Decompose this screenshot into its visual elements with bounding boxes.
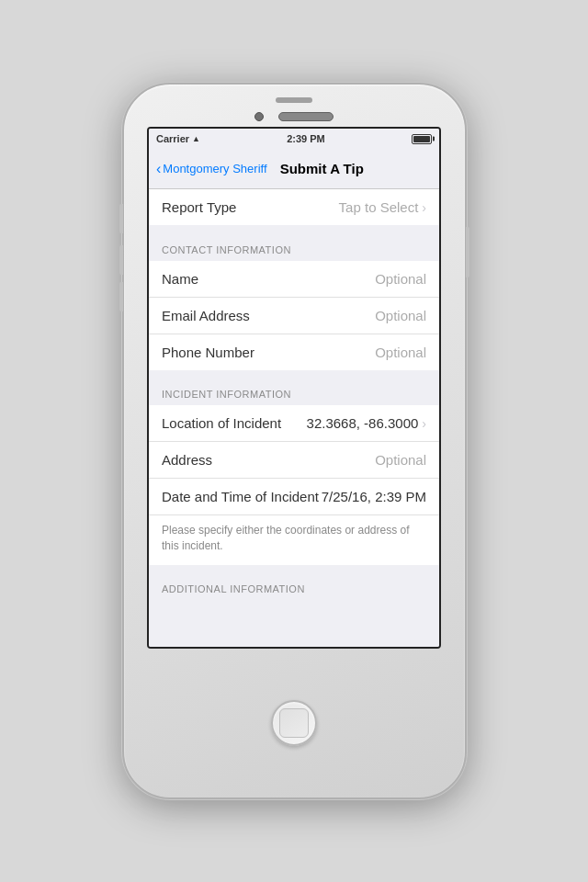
datetime-row[interactable]: Date and Time of Incident 7/25/16, 2:39 …: [149, 479, 439, 515]
earpiece: [278, 112, 334, 121]
phone-device: Carrier ▲ 2:39 PM ‹ Montgomery Sheriff S…: [122, 83, 467, 799]
speaker: [276, 97, 312, 103]
contact-info-section: Name Optional Email Address Optional Pho…: [149, 261, 439, 370]
report-type-label: Report Type: [162, 199, 236, 215]
wifi-icon: ▲: [192, 134, 200, 143]
carrier-text: Carrier: [156, 133, 189, 144]
home-button[interactable]: [271, 700, 317, 746]
email-row[interactable]: Email Address Optional: [149, 298, 439, 334]
battery-icon: [412, 134, 432, 144]
home-button-area: [271, 649, 317, 797]
status-bar: Carrier ▲ 2:39 PM: [149, 129, 439, 149]
navigation-bar: ‹ Montgomery Sheriff Submit A Tip: [149, 149, 439, 189]
nav-title-bold: Submit A Tip: [280, 161, 364, 176]
location-row[interactable]: Location of Incident 32.3668, -86.3000 ›: [149, 405, 439, 442]
screen: Carrier ▲ 2:39 PM ‹ Montgomery Sheriff S…: [147, 127, 441, 649]
location-value: 32.3668, -86.3000 ›: [307, 415, 426, 431]
additional-info-header: ADDITIONAL INFORMATION: [149, 565, 439, 600]
top-sensors: [254, 112, 334, 121]
report-type-row[interactable]: Report Type Tap to Select ›: [149, 189, 439, 225]
report-type-chevron-icon: ›: [422, 200, 426, 215]
incident-hint: Please specify either the coordinates or…: [149, 515, 439, 565]
incident-info-section: Location of Incident 32.3668, -86.3000 ›…: [149, 405, 439, 565]
home-button-inner: [279, 708, 309, 738]
location-chevron-icon: ›: [422, 416, 426, 431]
address-value: Optional: [375, 452, 426, 468]
phone-label: Phone Number: [162, 345, 254, 360]
datetime-label: Date and Time of Incident: [162, 489, 319, 504]
nav-title: Submit A Tip: [212, 161, 432, 176]
address-row[interactable]: Address Optional: [149, 442, 439, 479]
name-label: Name: [162, 271, 198, 287]
location-coords: 32.3668, -86.3000: [307, 415, 419, 431]
location-label: Location of Incident: [162, 415, 281, 431]
phone-value: Optional: [375, 345, 426, 360]
report-type-section: Report Type Tap to Select ›: [149, 189, 439, 225]
address-label: Address: [162, 452, 212, 468]
report-type-value-text: Tap to Select: [339, 199, 419, 215]
back-chevron-icon: ‹: [156, 162, 161, 176]
status-time: 2:39 PM: [287, 133, 325, 144]
phone-top: [124, 85, 465, 127]
email-value: Optional: [375, 308, 426, 323]
report-type-value[interactable]: Tap to Select ›: [339, 199, 426, 215]
contact-info-header: CONTACT INFORMATION: [149, 226, 439, 261]
incident-info-header: INCIDENT INFORMATION: [149, 370, 439, 405]
camera: [254, 112, 264, 121]
name-value: Optional: [375, 271, 426, 287]
name-row[interactable]: Name Optional: [149, 261, 439, 298]
status-right: [412, 134, 432, 144]
datetime-value: 7/25/16, 2:39 PM: [322, 489, 426, 504]
phone-row[interactable]: Phone Number Optional: [149, 334, 439, 370]
scroll-content[interactable]: Report Type Tap to Select › CONTACT INFO…: [149, 189, 439, 647]
battery-fill: [413, 136, 430, 142]
carrier-info: Carrier ▲: [156, 133, 200, 144]
email-label: Email Address: [162, 308, 250, 323]
